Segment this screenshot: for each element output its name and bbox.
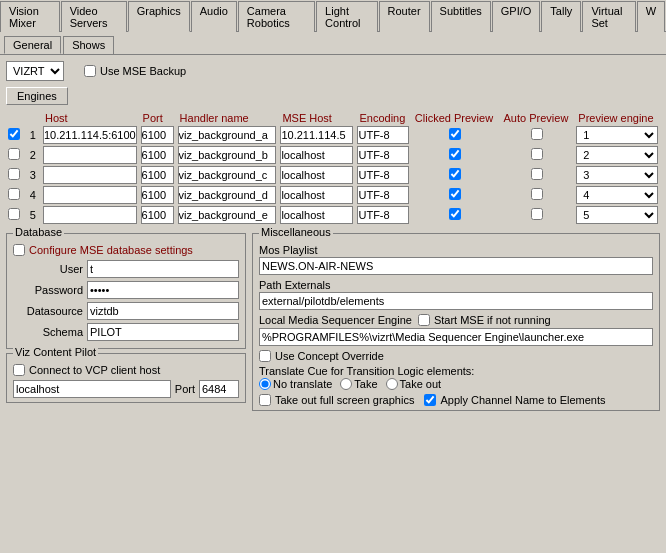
user-input[interactable]: [87, 260, 239, 278]
row-previeweng-select[interactable]: 2: [576, 146, 658, 164]
tab-camera-robotics[interactable]: Camera Robotics: [238, 1, 315, 32]
vizrt-dropdown[interactable]: VIZRT: [6, 61, 64, 81]
no-translate-radio[interactable]: [259, 378, 271, 390]
start-mse-label[interactable]: Start MSE if not running: [418, 314, 551, 326]
start-mse-checkbox[interactable]: [418, 314, 430, 326]
sub-tab-shows[interactable]: Shows: [63, 36, 114, 54]
tab-tally[interactable]: Tally: [541, 1, 581, 32]
row-previeweng-select[interactable]: 5: [576, 206, 658, 224]
configure-mse-checkbox[interactable]: [13, 244, 25, 256]
tab-video-servers[interactable]: Video Servers: [61, 1, 127, 32]
tab-w[interactable]: W: [637, 1, 665, 32]
row-port-input[interactable]: [141, 146, 174, 164]
tab-subtitles[interactable]: Subtitles: [431, 1, 491, 32]
no-translate-radio-label[interactable]: No translate: [259, 378, 332, 390]
row-previeweng-select[interactable]: 4: [576, 186, 658, 204]
password-input[interactable]: [87, 281, 239, 299]
row-handler-input[interactable]: [178, 126, 277, 144]
row-enable-checkbox[interactable]: [8, 188, 20, 200]
row-host-input[interactable]: [43, 206, 137, 224]
database-group: Database Configure MSE database settings…: [6, 233, 246, 349]
row-msehost-input[interactable]: [280, 126, 353, 144]
row-handler-input[interactable]: [178, 206, 277, 224]
vcp-connect-checkbox[interactable]: [13, 364, 25, 376]
row-enable-checkbox[interactable]: [8, 168, 20, 180]
row-auto-checkbox[interactable]: [531, 208, 543, 220]
use-mse-backup-label[interactable]: Use MSE Backup: [84, 65, 186, 77]
configure-mse-label[interactable]: Configure MSE database settings: [13, 244, 239, 256]
row-encoding-input[interactable]: [357, 146, 408, 164]
row-host-cell: [41, 125, 139, 145]
row-clicked-checkbox[interactable]: [449, 128, 461, 140]
row-host-input[interactable]: [43, 166, 137, 184]
vcp-connect-label[interactable]: Connect to VCP client host: [13, 364, 239, 376]
row-auto-checkbox[interactable]: [531, 168, 543, 180]
sequencer-path-input[interactable]: [259, 328, 653, 346]
row-handler-input[interactable]: [178, 186, 277, 204]
row-previeweng-select[interactable]: 3: [576, 166, 658, 184]
row-msehost-input[interactable]: [280, 206, 353, 224]
row-host-input[interactable]: [43, 186, 137, 204]
row-host-input[interactable]: [43, 126, 137, 144]
row-clicked-checkbox[interactable]: [449, 148, 461, 160]
row-encoding-input[interactable]: [357, 186, 408, 204]
datasource-row: Datasource: [13, 302, 239, 320]
take-radio-label[interactable]: Take: [340, 378, 377, 390]
tab-vision-mixer[interactable]: Vision Mixer: [0, 1, 60, 32]
row-enable-checkbox[interactable]: [8, 128, 20, 140]
row-msehost-input[interactable]: [280, 186, 353, 204]
apply-channel-checkbox[interactable]: [424, 394, 436, 406]
take-radio[interactable]: [340, 378, 352, 390]
row-auto-checkbox[interactable]: [531, 188, 543, 200]
row-msehost-input[interactable]: [280, 146, 353, 164]
take-full-screen-checkbox[interactable]: [259, 394, 271, 406]
datasource-input[interactable]: [87, 302, 239, 320]
row-handler-input[interactable]: [178, 166, 277, 184]
row-clicked-checkbox[interactable]: [449, 208, 461, 220]
row-port-input[interactable]: [141, 206, 174, 224]
tab-virtual-set[interactable]: Virtual Set: [582, 1, 635, 32]
row-previeweng-cell: 2: [574, 145, 660, 165]
row-encoding-input[interactable]: [357, 206, 408, 224]
misc-group: Miscellaneous Mos Playlist Path External…: [252, 233, 660, 411]
tab-gpio[interactable]: GPI/O: [492, 1, 541, 32]
configure-mse-text[interactable]: Configure MSE database settings: [29, 244, 193, 256]
row-msehost-cell: [278, 125, 355, 145]
local-media-label[interactable]: Local Media Sequencer Engine: [259, 314, 412, 326]
sub-tab-general[interactable]: General: [4, 36, 61, 54]
row-encoding-input[interactable]: [357, 166, 408, 184]
use-mse-backup-checkbox[interactable]: [84, 65, 96, 77]
row-enable-checkbox[interactable]: [8, 208, 20, 220]
path-externals-input[interactable]: [259, 292, 653, 310]
row-clicked-checkbox[interactable]: [449, 188, 461, 200]
schema-input[interactable]: [87, 323, 239, 341]
tab-light-control[interactable]: Light Control: [316, 1, 377, 32]
tab-graphics[interactable]: Graphics: [128, 1, 190, 32]
row-previeweng-select[interactable]: 1: [576, 126, 658, 144]
vcp-port-input[interactable]: [199, 380, 239, 398]
take-out-radio[interactable]: [386, 378, 398, 390]
tab-audio[interactable]: Audio: [191, 1, 237, 32]
row-host-input[interactable]: [43, 146, 137, 164]
tab-router[interactable]: Router: [379, 1, 430, 32]
use-concept-label[interactable]: Use Concept Override: [259, 350, 653, 362]
row-handler-cell: [176, 185, 279, 205]
row-encoding-input[interactable]: [357, 126, 408, 144]
row-port-input[interactable]: [141, 126, 174, 144]
row-msehost-input[interactable]: [280, 166, 353, 184]
engines-button[interactable]: Engines: [6, 87, 68, 105]
row-clicked-checkbox[interactable]: [449, 168, 461, 180]
mos-playlist-input[interactable]: [259, 257, 653, 275]
row-enable-checkbox[interactable]: [8, 148, 20, 160]
row-handler-input[interactable]: [178, 146, 277, 164]
take-out-radio-label[interactable]: Take out: [386, 378, 442, 390]
vcp-host-input[interactable]: [13, 380, 171, 398]
row-port-input[interactable]: [141, 166, 174, 184]
row-auto-checkbox[interactable]: [531, 148, 543, 160]
take-full-screen-label[interactable]: Take out full screen graphics: [259, 394, 414, 406]
use-concept-checkbox[interactable]: [259, 350, 271, 362]
row-port-input[interactable]: [141, 186, 174, 204]
apply-channel-label[interactable]: Apply Channel Name to Elements: [424, 394, 605, 406]
row-auto-checkbox[interactable]: [531, 128, 543, 140]
table-row: 5 5: [6, 205, 660, 225]
